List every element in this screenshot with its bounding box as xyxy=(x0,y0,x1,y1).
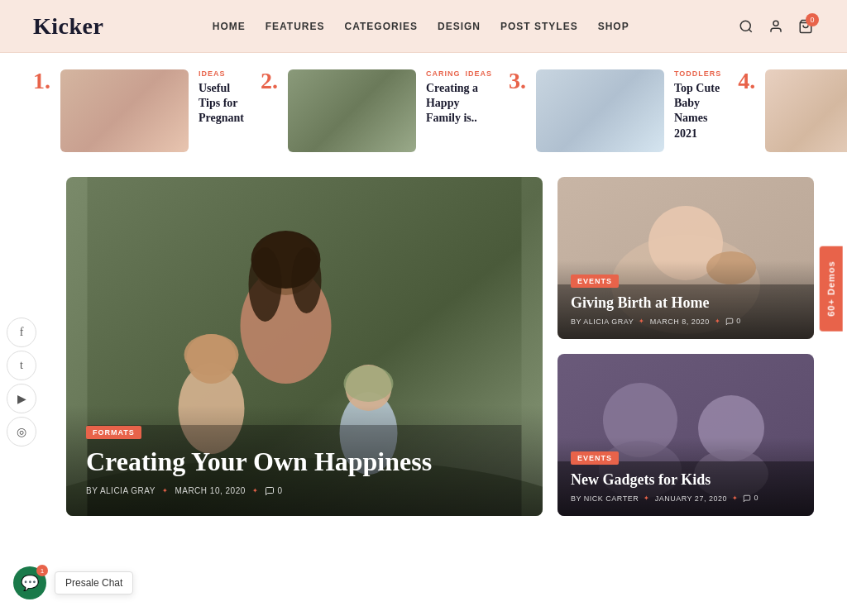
trending-image-4 xyxy=(765,69,847,152)
side-posts: EVENTSGiving Birth at Home BY ALICIA GRA… xyxy=(557,177,814,516)
main-content: ft▶◎ 1.IDEASUseful Tips for Pregnant2.CA… xyxy=(0,53,847,549)
header-icons: 0 xyxy=(738,18,814,35)
featured-grid: FORMATS Creating Your Own Happiness BY A… xyxy=(66,177,814,516)
side-post-meta-2: BY NICK CARTER ✦ JANUARY 27, 2020 ✦ 0 xyxy=(571,494,801,503)
social-sidebar: ft▶◎ xyxy=(0,318,36,446)
social-twitter-button[interactable]: t xyxy=(7,351,36,380)
main-post-overlay: FORMATS Creating Your Own Happiness BY A… xyxy=(66,405,543,516)
main-post-category: FORMATS xyxy=(86,426,141,439)
side-post-date-2: JANUARY 27, 2020 xyxy=(655,494,727,503)
trending-tag: TODDLERS xyxy=(674,69,721,78)
trending-item-1[interactable]: 1.IDEASUseful Tips for Pregnant xyxy=(33,69,244,152)
trending-section: 1.IDEASUseful Tips for Pregnant2.CARINGI… xyxy=(33,69,814,152)
side-post-overlay-2: EVENTSNew Gadgets for Kids BY NICK CARTE… xyxy=(557,437,814,516)
side-post-2[interactable]: EVENTSNew Gadgets for Kids BY NICK CARTE… xyxy=(557,354,814,516)
trending-item-4[interactable]: 4.ADVICEIDEASMommy Tips: Health Check xyxy=(738,69,847,152)
side-post-meta-1: BY ALICIA GRAY ✦ MARCH 8, 2020 ✦ 0 xyxy=(571,317,801,326)
svg-point-0 xyxy=(740,21,750,31)
nav-item-design[interactable]: DESIGN xyxy=(438,21,481,32)
main-post-date: MARCH 10, 2020 xyxy=(175,486,245,495)
side-post-category-1: EVENTS xyxy=(571,275,619,288)
trending-content-3: TODDLERSTop Cute Baby Names 2021 xyxy=(674,69,721,141)
meta-star-b-2: ✦ xyxy=(732,494,739,502)
trending-title-1: Useful Tips for Pregnant xyxy=(199,81,244,127)
social-instagram-button[interactable]: ◎ xyxy=(7,417,36,446)
user-icon[interactable] xyxy=(768,18,784,35)
svg-point-8 xyxy=(249,247,282,322)
side-post-category-2: EVENTS xyxy=(571,451,619,465)
trending-number-1: 1. xyxy=(33,69,50,93)
main-post-meta: BY ALICIA GRAY ✦ MARCH 10, 2020 ✦ 0 xyxy=(86,486,523,496)
trending-number-3: 3. xyxy=(509,69,526,93)
side-post-title-2: New Gadgets for Kids xyxy=(571,471,801,489)
side-post-date-1: MARCH 8, 2020 xyxy=(650,318,710,326)
side-post-title-1: Giving Birth at Home xyxy=(571,294,801,313)
trending-image-1 xyxy=(60,69,189,152)
svg-point-9 xyxy=(292,247,322,313)
logo[interactable]: Kicker xyxy=(33,13,103,40)
nav-item-post-styles[interactable]: POST STYLES xyxy=(500,21,578,32)
search-icon[interactable] xyxy=(738,18,754,35)
side-post-overlay-1: EVENTSGiving Birth at Home BY ALICIA GRA… xyxy=(557,260,814,339)
social-facebook-button[interactable]: f xyxy=(7,318,36,347)
nav-item-home[interactable]: HOME xyxy=(213,21,246,32)
nav-item-categories[interactable]: CATEGORIES xyxy=(345,21,418,32)
trending-title-3: Top Cute Baby Names 2021 xyxy=(674,81,721,141)
trending-number-4: 4. xyxy=(738,69,755,93)
nav-item-features[interactable]: FEATURES xyxy=(266,21,325,32)
trending-tag: IDEAS xyxy=(199,69,226,78)
main-post-comments: 0 xyxy=(265,486,282,496)
trending-tag: IDEAS xyxy=(465,69,492,78)
side-post-1[interactable]: EVENTSGiving Birth at Home BY ALICIA GRA… xyxy=(557,177,814,339)
trending-content-2: CARINGIDEASCreating a Happy Family is.. xyxy=(426,69,492,127)
trending-title-2: Creating a Happy Family is.. xyxy=(426,81,492,127)
trending-item-2[interactable]: 2.CARINGIDEASCreating a Happy Family is.… xyxy=(261,69,492,152)
main-post-author: BY ALICIA GRAY xyxy=(86,486,156,495)
cart-icon[interactable]: 0 xyxy=(797,18,814,35)
trending-tag: CARING xyxy=(426,69,461,78)
svg-point-12 xyxy=(184,334,239,375)
demos-tab[interactable]: 60+ Demos xyxy=(819,246,842,332)
svg-point-1 xyxy=(773,21,778,26)
meta-star-2: ✦ xyxy=(252,487,259,494)
side-post-author-2: BY NICK CARTER xyxy=(571,494,639,503)
side-post-comments-1: 0 xyxy=(725,317,741,326)
nav-item-shop[interactable]: SHOP xyxy=(598,21,629,32)
header: Kicker HOMEFEATURESCATEGORIESDESIGNPOST … xyxy=(0,0,847,53)
trending-item-3[interactable]: 3.TODDLERSTop Cute Baby Names 2021 xyxy=(509,69,721,152)
main-nav: HOMEFEATURESCATEGORIESDESIGNPOST STYLESS… xyxy=(213,20,629,33)
social-youtube-button[interactable]: ▶ xyxy=(7,384,36,413)
main-post-title: Creating Your Own Happiness xyxy=(86,446,523,477)
trending-number-2: 2. xyxy=(261,69,278,93)
trending-image-2 xyxy=(288,69,416,152)
cart-badge: 0 xyxy=(806,13,819,26)
meta-star-a-1: ✦ xyxy=(639,318,645,325)
trending-content-1: IDEASUseful Tips for Pregnant xyxy=(199,69,244,127)
meta-star-a-2: ✦ xyxy=(644,494,650,502)
trending-image-3 xyxy=(536,69,664,152)
side-post-comments-2: 0 xyxy=(743,494,758,503)
svg-point-15 xyxy=(344,365,394,402)
main-featured-post[interactable]: FORMATS Creating Your Own Happiness BY A… xyxy=(66,177,543,516)
side-post-author-1: BY ALICIA GRAY xyxy=(571,318,634,326)
meta-star-1: ✦ xyxy=(162,487,169,494)
meta-star-b-1: ✦ xyxy=(715,318,721,325)
